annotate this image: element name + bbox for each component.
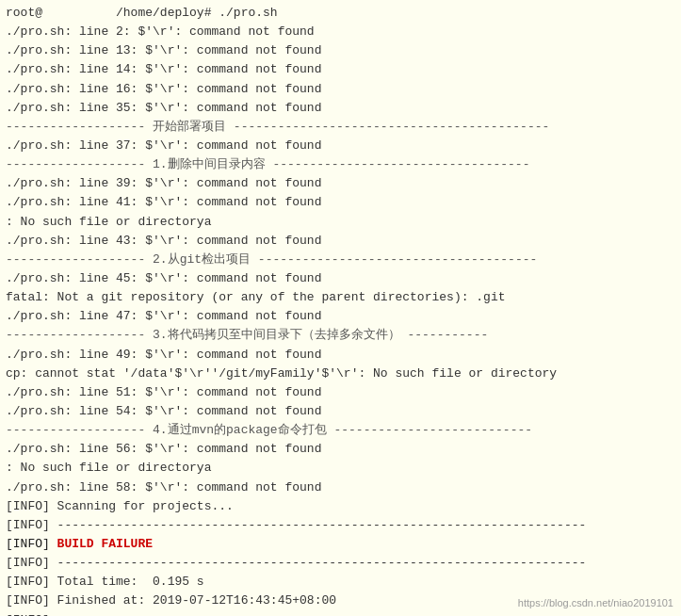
terminal-line: [INFO] Scanning for projects...	[6, 497, 675, 516]
terminal-line: : No such file or directorya	[6, 459, 675, 478]
terminal-window: root@ /home/deploy# ./pro.sh./pro.sh: li…	[0, 0, 681, 616]
terminal-line: fatal: Not a git repository (or any of t…	[6, 288, 675, 307]
terminal-line: [INFO] ---------------------------------…	[6, 516, 675, 535]
terminal-line: ./pro.sh: line 54: $'\r': command not fo…	[6, 402, 675, 421]
terminal-line: cp: cannot stat '/data'$'\r''/git/myFami…	[6, 365, 675, 383]
terminal-line: ------------------- 开始部署项目 -------------…	[6, 118, 675, 137]
terminal-line: ./pro.sh: line 45: $'\r': command not fo…	[6, 269, 675, 288]
terminal-line: ------------------- 2.从git检出项目 ---------…	[6, 251, 675, 269]
terminal-line: ./pro.sh: line 13: $'\r': command not fo…	[6, 41, 675, 60]
terminal-line: ./pro.sh: line 2: $'\r': command not fou…	[6, 23, 675, 41]
terminal-line: [INFO] ---------------------------------…	[6, 554, 675, 573]
terminal-line: ./pro.sh: line 41: $'\r': command not fo…	[6, 193, 675, 212]
terminal-line: [INFO] ---------------------------------…	[6, 611, 675, 617]
terminal-line: ./pro.sh: line 58: $'\r': command not fo…	[6, 478, 675, 497]
terminal-line: ./pro.sh: line 47: $'\r': command not fo…	[6, 307, 675, 326]
terminal-line: ./pro.sh: line 51: $'\r': command not fo…	[6, 383, 675, 402]
terminal-line: ./pro.sh: line 56: $'\r': command not fo…	[6, 440, 675, 459]
terminal-line: root@ /home/deploy# ./pro.sh	[6, 4, 675, 23]
terminal-line: ./pro.sh: line 43: $'\r': command not fo…	[6, 232, 675, 251]
terminal-line: ------------------- 4.通过mvn的package命令打包 …	[6, 421, 675, 440]
terminal-line: ./pro.sh: line 14: $'\r': command not fo…	[6, 60, 675, 79]
terminal-line: ./pro.sh: line 39: $'\r': command not fo…	[6, 174, 675, 193]
watermark: https://blog.csdn.net/niao2019101	[518, 597, 673, 608]
terminal-line: [INFO] BUILD FAILURE	[6, 535, 675, 554]
terminal-line: ------------------- 1.删除中间目录内容 ---------…	[6, 155, 675, 174]
terminal-line: ./pro.sh: line 35: $'\r': command not fo…	[6, 99, 675, 118]
terminal-line: ./pro.sh: line 16: $'\r': command not fo…	[6, 80, 675, 99]
terminal-line: : No such file or directorya	[6, 213, 675, 232]
terminal-line: ./pro.sh: line 49: $'\r': command not fo…	[6, 346, 675, 365]
terminal-line: ./pro.sh: line 37: $'\r': command not fo…	[6, 137, 675, 155]
terminal-line: [INFO] Total time: 0.195 s	[6, 573, 675, 592]
terminal-line: ------------------- 3.将代码拷贝至中间目录下（去掉多余文件…	[6, 326, 675, 345]
